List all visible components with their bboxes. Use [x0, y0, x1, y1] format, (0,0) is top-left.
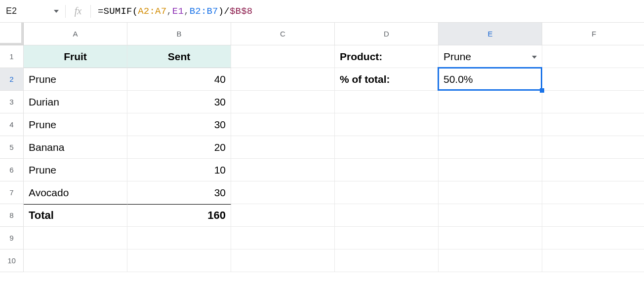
formula-range1: A2:A7 — [138, 6, 166, 17]
colhdr-a[interactable]: A — [24, 23, 127, 45]
cell-e10[interactable] — [439, 249, 542, 272]
cell-b7[interactable]: 30 — [127, 181, 231, 204]
cell-b1[interactable]: Sent — [127, 45, 231, 68]
cell-f5[interactable] — [542, 136, 644, 159]
cell-a7[interactable]: Avocado — [24, 181, 127, 204]
cell-f3[interactable] — [542, 91, 644, 113]
dropdown-icon[interactable] — [532, 53, 537, 60]
grid-corner[interactable] — [0, 23, 24, 45]
rowhdr-8[interactable]: 8 — [0, 204, 24, 227]
formula-open: ( — [132, 6, 138, 17]
cell-d3[interactable] — [335, 91, 439, 113]
cell-d7[interactable] — [335, 181, 439, 204]
rowhdr-10[interactable]: 10 — [0, 249, 24, 272]
formula-func: SUMIF — [104, 6, 132, 17]
cell-a5[interactable]: Banana — [24, 136, 127, 159]
cell-c10[interactable] — [231, 249, 335, 272]
cell-e3[interactable] — [439, 91, 542, 113]
cell-c1[interactable] — [231, 45, 335, 68]
cell-f8[interactable] — [542, 204, 644, 227]
cell-a1[interactable]: Fruit — [24, 45, 127, 68]
formula-ref-e1: E1 — [172, 6, 184, 17]
cell-c7[interactable] — [231, 181, 335, 204]
cell-f9[interactable] — [542, 227, 644, 249]
formula-input[interactable]: =SUMIF(A2:A7,E1,B2:B7)/$B$8 — [91, 0, 644, 22]
rowhdr-5[interactable]: 5 — [0, 136, 24, 159]
cell-d10[interactable] — [335, 249, 439, 272]
cell-c4[interactable] — [231, 113, 335, 136]
cell-a2[interactable]: Prune — [24, 68, 127, 91]
cell-e6[interactable] — [439, 159, 542, 181]
colhdr-e[interactable]: E — [439, 23, 542, 45]
rowhdr-3[interactable]: 3 — [0, 91, 24, 113]
cell-a9[interactable] — [24, 227, 127, 249]
cell-c5[interactable] — [231, 136, 335, 159]
spreadsheet-grid: A B C D E F 1 Fruit Sent Product: Prune … — [0, 23, 644, 272]
cell-b5[interactable]: 20 — [127, 136, 231, 159]
cell-a8[interactable]: Total — [24, 204, 127, 227]
name-box[interactable]: E2 — [0, 0, 47, 22]
cell-c9[interactable] — [231, 227, 335, 249]
cell-b9[interactable] — [127, 227, 231, 249]
cell-d1[interactable]: Product: — [335, 45, 439, 68]
rowhdr-7[interactable]: 7 — [0, 181, 24, 204]
chevron-down-icon — [54, 10, 59, 13]
rowhdr-6[interactable]: 6 — [0, 159, 24, 181]
cell-a10[interactable] — [24, 249, 127, 272]
cell-e5[interactable] — [439, 136, 542, 159]
cell-f2[interactable] — [542, 68, 644, 91]
formula-eq: = — [98, 6, 104, 17]
cell-b2[interactable]: 40 — [127, 68, 231, 91]
cell-b6[interactable]: 10 — [127, 159, 231, 181]
cell-d9[interactable] — [335, 227, 439, 249]
rowhdr-4[interactable]: 4 — [0, 113, 24, 136]
cell-f4[interactable] — [542, 113, 644, 136]
cell-e9[interactable] — [439, 227, 542, 249]
cell-d2[interactable]: % of total: — [335, 68, 439, 91]
cell-d4[interactable] — [335, 113, 439, 136]
formula-range2: B2:B7 — [190, 6, 218, 17]
cell-b4[interactable]: 30 — [127, 113, 231, 136]
formula-c2: , — [184, 6, 190, 17]
cell-e2[interactable]: 50.0% — [439, 68, 542, 91]
name-box-value: E2 — [6, 6, 17, 16]
cell-a6[interactable]: Prune — [24, 159, 127, 181]
cell-f7[interactable] — [542, 181, 644, 204]
cell-b3[interactable]: 30 — [127, 91, 231, 113]
cell-c8[interactable] — [231, 204, 335, 227]
cell-a4[interactable]: Prune — [24, 113, 127, 136]
formula-op: / — [224, 6, 230, 17]
formula-c1: , — [166, 6, 172, 17]
rowhdr-9[interactable]: 9 — [0, 227, 24, 249]
cell-f6[interactable] — [542, 159, 644, 181]
cell-a3[interactable]: Durian — [24, 91, 127, 113]
formula-close: ) — [218, 6, 224, 17]
fx-label: fx — [66, 0, 90, 22]
chevron-down-icon — [532, 56, 537, 59]
rowhdr-1[interactable]: 1 — [0, 45, 24, 68]
cell-f1[interactable] — [542, 45, 644, 68]
colhdr-b[interactable]: B — [127, 23, 231, 45]
cell-d6[interactable] — [335, 159, 439, 181]
formula-bar: E2 fx =SUMIF(A2:A7,E1,B2:B7)/$B$8 — [0, 0, 644, 23]
cell-e7[interactable] — [439, 181, 542, 204]
cell-b8[interactable]: 160 — [127, 204, 231, 227]
cell-b10[interactable] — [127, 249, 231, 272]
colhdr-f[interactable]: F — [542, 23, 644, 45]
cell-d5[interactable] — [335, 136, 439, 159]
cell-d8[interactable] — [335, 204, 439, 227]
cell-e8[interactable] — [439, 204, 542, 227]
colhdr-c[interactable]: C — [231, 23, 335, 45]
cell-f10[interactable] — [542, 249, 644, 272]
colhdr-d[interactable]: D — [335, 23, 439, 45]
cell-e4[interactable] — [439, 113, 542, 136]
cell-c2[interactable] — [231, 68, 335, 91]
name-box-dropdown[interactable] — [47, 0, 65, 22]
cell-c6[interactable] — [231, 159, 335, 181]
rowhdr-2[interactable]: 2 — [0, 68, 24, 91]
formula-abs: $B$8 — [230, 6, 252, 17]
selection-handle[interactable] — [540, 88, 544, 93]
cell-c3[interactable] — [231, 91, 335, 113]
cell-e1[interactable]: Prune — [439, 45, 542, 68]
